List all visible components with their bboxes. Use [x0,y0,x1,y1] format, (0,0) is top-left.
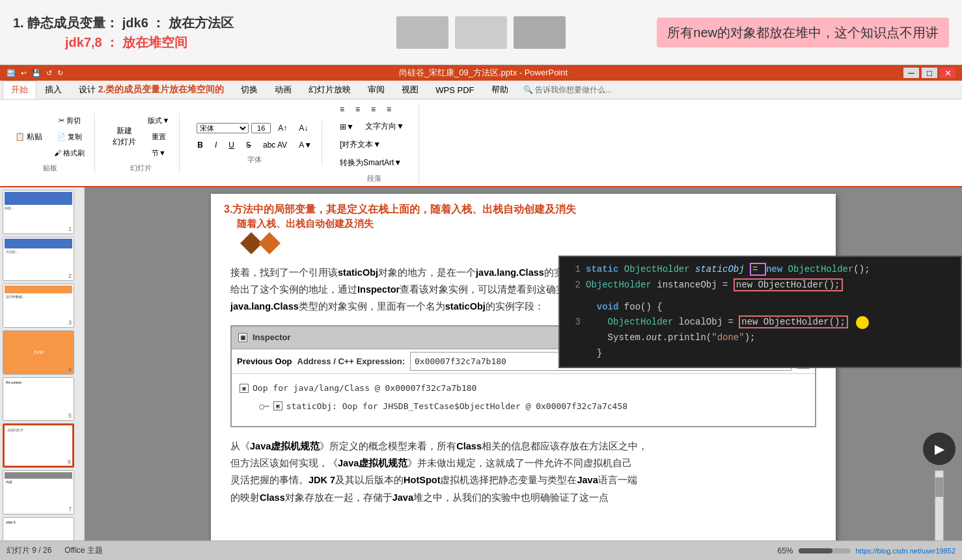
tab-slideshow[interactable]: 幻灯片放映 [300,81,359,99]
paragraph2-line4: 的映射Class对象存放在一起，存储于Java堆之中，从我们的实验中也明确验证了… [230,489,816,506]
ribbon-tabs: 开始 插入 设计 2.类的成员变量片放在堆空间的 切换 动画 幻灯片放映 审阅 … [0,81,962,100]
ribbon-content: 📋 粘贴 ✂ 剪切 📄 复制 🖌 格式刷 贴板 新建幻灯片 版式▼ 重置 节▼ … [0,100,962,186]
align-text-btn[interactable]: [对齐文本▼ [335,137,385,153]
slide-panel[interactable]: 内容... 1 方法区... 2 运行时数据... 3 JVM 4 [0,187,85,560]
font-size-up-btn[interactable]: A↑ [273,121,292,135]
app-title: 尚硅谷_宋红康_09_方法区.pptx - PowerPoint [68,67,898,79]
format-painter-btn[interactable]: 🖌 格式刷 [49,146,89,161]
scrollbar-v[interactable] [935,470,944,548]
para-label: 段落 [367,174,381,183]
strikethrough-btn[interactable]: S̶ [241,138,256,152]
scrollbar-thumb [935,477,943,497]
code-close-brace: } [568,346,953,362]
char-spacing-btn[interactable]: abc AV [258,138,292,152]
ribbon-group-paragraph: ≡ ≡ ≡ ≡ ⊞▼ 文字方向▼ [对齐文本▼ 转换为SmartArt▼ 段落 [330,102,419,183]
font-format-btns: B I U S̶ abc AV A▼ [193,138,316,152]
play-btn[interactable]: ▶ [923,433,955,465]
banner-img-3 [514,16,566,49]
addr-label: Address / C++ Expression: [297,354,405,369]
code-void-foo: void foo() { [568,300,953,315]
paragraph2-line2: 但方法区该如何实现，《Java虚拟机规范》并未做出规定，这就成了一件允许不同虚拟… [230,455,816,472]
align-center-btn[interactable]: ≡ [351,102,364,116]
zoom-slider[interactable] [799,548,851,553]
code-line-1: 1 static ObjectHolder staticObj = new Ob… [568,262,953,278]
slide-thumb-6[interactable]: 当前幻灯片 6 [3,423,74,468]
maximize-btn[interactable]: □ [922,68,937,78]
content-area: 1 static ObjectHolder staticObj = new Ob… [85,187,962,560]
slides-label: 幻灯片 [130,163,152,173]
slide-thumb-1[interactable]: 内容... 1 [3,190,74,234]
slide-thumb-4[interactable]: JVM 4 [3,330,74,375]
slide-sub: 版式▼ 重置 节▼ [143,113,174,161]
font-size-down-btn[interactable]: A↓ [294,121,312,135]
undo-icon[interactable]: ↺ [46,69,52,77]
tab-transition[interactable]: 切换 [232,81,266,99]
banner-img-2 [455,16,507,49]
align-right-btn[interactable]: ≡ [366,102,380,116]
search-ribbon[interactable]: 🔍 告诉我你想要做什么... [517,82,618,98]
tab-start[interactable]: 开始 [3,81,36,99]
underline-btn[interactable]: U [224,138,239,152]
zoom-fill [799,548,832,553]
slide-thumb-7[interactable]: 内容 7 [3,470,74,514]
tab-insert[interactable]: 插入 [36,81,70,99]
text-dir-btn[interactable]: 文字方向▼ [361,118,409,135]
minimize-btn[interactable]: ─ [903,68,919,78]
slide-point3: 3.方法中的局部变量，其是定义在栈上面的，随着入栈、出栈自动创建及消失 随着入栈… [211,194,836,251]
tab-review[interactable]: 审阅 [359,81,393,99]
font-color-btn[interactable]: A▼ [294,138,316,152]
paragraph2-block: 从《Java虚拟机规范》所定义的概念模型来看，所有Class相关的信息都应该存放… [230,438,816,505]
para-btns: ≡ ≡ ≡ ≡ ⊞▼ 文字方向▼ [对齐文本▼ 转换为SmartArt▼ [335,102,413,171]
cut-btn[interactable]: ✂ 剪切 [49,113,89,128]
column-btn[interactable]: ⊞▼ [335,118,359,135]
section-btn[interactable]: 节▼ [143,146,174,161]
close-btn[interactable]: ✕ [940,68,955,78]
top-banner-right: 所有new的对象都放在堆中，这个知识点不用讲 [579,11,962,54]
code-line-2: 2 ObjectHolder instanceObj = new ObjectH… [568,278,953,293]
clipboard-label: 贴板 [43,163,57,173]
main-layout: 内容... 1 方法区... 2 运行时数据... 3 JVM 4 [0,187,962,560]
tab-view[interactable]: 视图 [393,81,427,99]
prev-oop-label: Previous Oop [237,354,292,369]
tab-wpspdf[interactable]: WPS PDF [427,82,482,98]
code-line-3: 3 ObjectHolder localObj = new ObjectHold… [568,315,953,330]
diamond-container [224,235,823,251]
slide-thumb-2[interactable]: 方法区... 2 [3,237,74,281]
tab-help[interactable]: 帮助 [483,81,517,99]
tab-design[interactable]: 设计 2.类的成员变量片放在堆空间的 [70,81,232,99]
redo-icon[interactable]: ↻ [57,69,63,77]
layout-btn[interactable]: 版式▼ [143,113,174,128]
new-slide-btn[interactable]: 新建幻灯片 [108,113,141,161]
point3-text: 3.方法中的局部变量，其是定义在栈上面的，随着入栈、出栈自动创建及消失 [224,200,823,218]
slide-thumb-3[interactable]: 运行时数据... 3 [3,284,74,328]
inspector-icon: ▣ [238,333,247,342]
align-left-btn[interactable]: ≡ [335,102,349,116]
tree-item-1: ▣ Oop for java/lang/Class @ 0x00007f32c7… [240,379,807,397]
smartart-btn[interactable]: 转换为SmartArt▼ [335,155,406,171]
paste-btn[interactable]: 📋 粘贴 [10,113,47,161]
inspector-tree: ▣ Oop for java/lang/Class @ 0x00007f32c7… [232,374,815,426]
bottom-bar: 幻灯片 9 / 26 Office 主题 65% https://blog.cs… [0,540,962,560]
folder-icon: ▣ [240,384,249,393]
tab-animation[interactable]: 动画 [266,81,300,99]
file-icon: ▣ [273,401,282,410]
slide-thumb-5[interactable]: Rit content 5 [3,377,74,421]
tree-item-2-text: staticObj: Oop for JHSDB_TestCase$Object… [286,399,627,414]
inspector-title-text: Inspector [253,330,291,345]
font-size-input[interactable] [251,123,271,133]
banner-img-1 [396,16,448,49]
banner-line2: jdk7,8 ： 放在堆空间 [65,33,370,52]
code-println: System.out.println("done"); [568,330,953,346]
tree-item-2: ○─ ▣ staticObj: Oop for JHSDB_TestCase$O… [240,397,807,415]
justify-btn[interactable]: ≡ [382,102,396,116]
window-controls: ─ □ ✕ [903,68,955,78]
clipboard-sub: ✂ 剪切 📄 复制 🖌 格式刷 [49,113,89,161]
ribbon-group-clipboard: 📋 粘贴 ✂ 剪切 📄 复制 🖌 格式刷 贴板 [5,113,95,173]
bold-btn[interactable]: B [193,138,208,152]
cursor-yellow [856,316,869,329]
copy-btn[interactable]: 📄 复制 [49,129,89,144]
font-family-select[interactable]: 宋体 [197,123,249,133]
paragraph2-line3: 灵活把握的事情。JDK 7及其以后版本的HotSpot虚拟机选择把静态变量与类型… [230,472,816,488]
italic-btn[interactable]: I [210,138,221,152]
reset-btn[interactable]: 重置 [143,129,174,144]
